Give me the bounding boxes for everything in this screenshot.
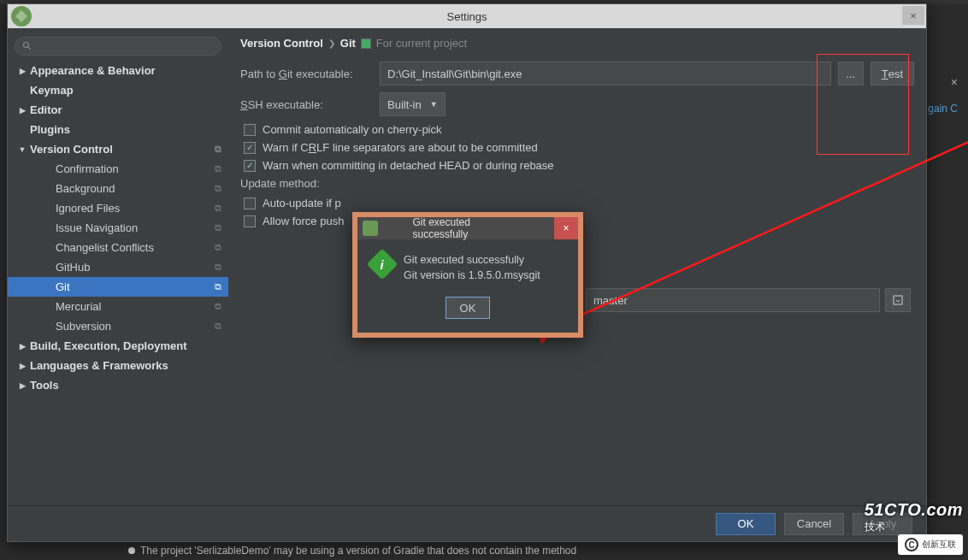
sidebar-item-label: Version Control bbox=[30, 143, 113, 156]
sidebar-item-mercurial[interactable]: Mercurial⧉ bbox=[8, 297, 228, 316]
titlebar: Settings × bbox=[8, 4, 926, 28]
sidebar-item-label: Tools bbox=[30, 379, 59, 392]
breadcrumb-root: Version Control bbox=[240, 37, 323, 50]
popup-app-icon bbox=[363, 221, 378, 236]
sidebar-item-label: Keymap bbox=[30, 84, 74, 97]
sidebar-item-label: Build, Execution, Deployment bbox=[30, 339, 186, 352]
close-button[interactable]: × bbox=[902, 6, 924, 25]
sidebar-item-label: Ignored Files bbox=[56, 202, 120, 215]
sidebar-item-changelist-conflicts[interactable]: Changelist Conflicts⧉ bbox=[8, 238, 228, 257]
copy-icon: ⧉ bbox=[215, 222, 221, 233]
dialog-footer: OK Cancel Apply bbox=[8, 505, 926, 541]
sidebar-item-tools[interactable]: ▶Tools bbox=[8, 375, 228, 395]
copy-icon: ⧉ bbox=[215, 242, 221, 253]
project-icon bbox=[361, 38, 371, 49]
chevron-down-icon: ▼ bbox=[430, 100, 438, 109]
popup-close-button[interactable]: × bbox=[554, 217, 578, 239]
git-path-input[interactable] bbox=[380, 62, 831, 85]
copy-icon: ⧉ bbox=[215, 321, 221, 332]
logo-badge: C创新互联 bbox=[898, 534, 963, 555]
expand-icon bbox=[893, 295, 903, 305]
tree-arrow-icon: ▼ bbox=[18, 145, 27, 154]
app-icon bbox=[11, 6, 32, 27]
sidebar-item-label: Languages & Frameworks bbox=[30, 359, 168, 372]
cherry-pick-checkbox[interactable]: Commit automatically on cherry-pick bbox=[244, 123, 914, 136]
sidebar-item-label: Appearance & Behavior bbox=[30, 64, 156, 77]
sidebar-item-version-control[interactable]: ▼Version Control⧉ bbox=[8, 139, 228, 159]
sidebar-item-label: Git bbox=[56, 280, 70, 293]
tree-arrow-icon: ▶ bbox=[18, 342, 27, 351]
svg-line-1 bbox=[28, 47, 31, 50]
auto-update-checkbox[interactable]: Auto-update if p bbox=[244, 197, 914, 209]
path-label: Path to Git executable: bbox=[240, 68, 373, 80]
sidebar-item-plugins[interactable]: Plugins bbox=[8, 120, 228, 139]
popup-ok-button[interactable]: OK bbox=[446, 297, 490, 319]
bg-gain-label: gain C bbox=[928, 103, 958, 115]
tree-arrow-icon: ▶ bbox=[18, 381, 27, 390]
sidebar-item-languages-frameworks[interactable]: ▶Languages & Frameworks bbox=[8, 356, 228, 375]
copy-icon: ⧉ bbox=[215, 262, 221, 273]
sidebar-item-editor[interactable]: ▶Editor bbox=[8, 100, 228, 120]
sidebar-item-ignored-files[interactable]: Ignored Files⧉ bbox=[8, 198, 228, 218]
sidebar-item-issue-navigation[interactable]: Issue Navigation⧉ bbox=[8, 218, 228, 238]
popup-message: Git executed successfully Git version is… bbox=[404, 253, 540, 283]
settings-tree: ▶Appearance & BehaviorKeymap▶EditorPlugi… bbox=[8, 61, 228, 505]
copy-icon: ⧉ bbox=[215, 281, 221, 292]
sidebar-item-label: Changelist Conflicts bbox=[56, 241, 154, 254]
ok-button[interactable]: OK bbox=[716, 513, 776, 535]
sidebar-item-label: Subversion bbox=[56, 320, 111, 333]
breadcrumb-leaf: Git bbox=[340, 37, 356, 50]
sidebar-item-build-execution-deployment[interactable]: ▶Build, Execution, Deployment bbox=[8, 336, 228, 356]
sidebar-item-label: Confirmation bbox=[56, 162, 119, 175]
chevron-right-icon: ❯ bbox=[328, 38, 335, 48]
apply-button[interactable]: Apply bbox=[853, 513, 912, 535]
sidebar-item-label: Editor bbox=[30, 103, 62, 116]
sidebar-item-appearance-behavior[interactable]: ▶Appearance & Behavior bbox=[8, 61, 228, 80]
sidebar-item-label: Background bbox=[56, 182, 115, 195]
svg-rect-2 bbox=[894, 296, 902, 304]
sidebar-item-keymap[interactable]: Keymap bbox=[8, 80, 228, 100]
sidebar-item-github[interactable]: GitHub⧉ bbox=[8, 257, 228, 277]
sidebar-item-label: GitHub bbox=[56, 261, 90, 274]
sidebar-item-background[interactable]: Background⧉ bbox=[8, 179, 228, 198]
success-popup: Git executed successfully × i Git execut… bbox=[352, 212, 583, 338]
info-icon: i bbox=[367, 249, 398, 280]
crlf-warn-checkbox[interactable]: ✓Warn if CRLF line separators are about … bbox=[244, 141, 914, 154]
update-method-label: Update method: bbox=[240, 177, 334, 190]
breadcrumb: Version Control ❯ Git For current projec… bbox=[240, 37, 914, 50]
sidebar-item-git[interactable]: Git⧉ bbox=[8, 277, 228, 297]
test-button[interactable]: Test bbox=[871, 62, 914, 85]
tree-arrow-icon: ▶ bbox=[18, 106, 27, 115]
sidebar-item-subversion[interactable]: Subversion⧉ bbox=[8, 316, 228, 336]
sidebar: ▶Appearance & BehaviorKeymap▶EditorPlugi… bbox=[8, 28, 228, 505]
copy-icon: ⧉ bbox=[215, 301, 221, 312]
search-input[interactable] bbox=[15, 37, 221, 56]
sidebar-item-label: Issue Navigation bbox=[56, 221, 138, 234]
ssh-label: SSH executable: bbox=[240, 98, 373, 111]
detached-head-checkbox[interactable]: ✓Warn when committing in detached HEAD o… bbox=[244, 159, 914, 172]
tree-arrow-icon: ▶ bbox=[18, 362, 27, 370]
sidebar-item-label: Plugins bbox=[30, 123, 70, 136]
svg-point-0 bbox=[24, 43, 29, 48]
window-title: Settings bbox=[447, 10, 487, 23]
copy-icon: ⧉ bbox=[215, 183, 221, 194]
protected-branches-input[interactable] bbox=[586, 288, 880, 312]
copy-icon: ⧉ bbox=[215, 203, 221, 214]
sidebar-item-confirmation[interactable]: Confirmation⧉ bbox=[8, 159, 228, 179]
bg-close-icon[interactable]: × bbox=[951, 75, 958, 89]
bg-status-bar: The project 'SerlizableDemo' may be usin… bbox=[128, 545, 968, 557]
tree-arrow-icon: ▶ bbox=[18, 67, 27, 75]
cancel-button[interactable]: Cancel bbox=[784, 513, 844, 535]
browse-button[interactable]: ... bbox=[838, 62, 864, 85]
expand-button[interactable] bbox=[885, 288, 911, 312]
sidebar-item-label: Mercurial bbox=[56, 300, 101, 313]
copy-icon: ⧉ bbox=[215, 163, 221, 174]
popup-title: Git executed successfully bbox=[413, 216, 523, 240]
breadcrumb-scope: For current project bbox=[376, 37, 467, 50]
ssh-select[interactable]: Built-in▼ bbox=[380, 92, 446, 116]
search-icon bbox=[22, 41, 32, 51]
copy-icon: ⧉ bbox=[215, 144, 221, 155]
popup-titlebar: Git executed successfully × bbox=[357, 217, 578, 239]
